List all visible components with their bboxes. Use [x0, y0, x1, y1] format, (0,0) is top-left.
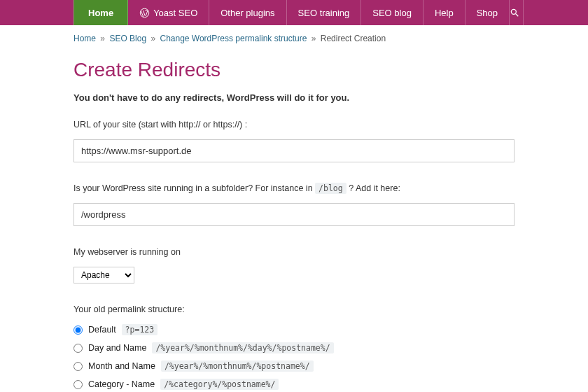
breadcrumb: Home » SEO Blog » Change WordPress perma… — [74, 34, 514, 43]
svg-line-2 — [516, 14, 519, 17]
nav-seo-training[interactable]: SEO training — [287, 0, 362, 25]
permalink-structure-label: Your old permalink structure: — [74, 304, 514, 314]
nav-other-plugins[interactable]: Other plugins — [209, 0, 286, 25]
breadcrumb-home[interactable]: Home — [74, 34, 96, 43]
radio-category-name-label: Category - Name — [88, 379, 155, 389]
webserver-select[interactable]: Apache — [74, 267, 134, 284]
webserver-label: My webserver is running on — [74, 247, 514, 257]
search-icon — [510, 8, 519, 18]
page-subtitle: You don't have to do any redirects, Word… — [74, 92, 514, 103]
site-url-input[interactable] — [74, 139, 514, 162]
breadcrumb-seo-blog[interactable]: SEO Blog — [109, 34, 146, 43]
breadcrumb-current: Redirect Creation — [321, 34, 386, 43]
radio-day-name[interactable] — [74, 344, 83, 353]
nav-home[interactable]: Home — [74, 0, 128, 25]
radio-default-code: ?p=123 — [122, 324, 158, 335]
radio-month-name-label: Month and Name — [88, 361, 155, 371]
page-title: Create Redirects — [74, 59, 514, 81]
radio-day-name-label: Day and Name — [88, 343, 146, 353]
nav-help[interactable]: Help — [424, 0, 465, 25]
nav-shop[interactable]: Shop — [465, 0, 510, 25]
radio-default[interactable] — [74, 326, 83, 335]
subfolder-example-code: /blog — [315, 183, 346, 194]
nav-yoast-seo[interactable]: Yoast SEO — [128, 0, 209, 25]
url-label: URL of your site (start with http:// or … — [74, 120, 514, 130]
wordpress-icon — [139, 8, 150, 18]
radio-day-name-code: /%year%/%monthnum%/%day%/%postname%/ — [152, 342, 333, 354]
permalink-radio-group: Default ?p=123 Day and Name /%year%/%mon… — [74, 324, 514, 392]
breadcrumb-change-permalink[interactable]: Change WordPress permalink structure — [160, 34, 307, 43]
subfolder-label: Is your WordPress site running in a subf… — [74, 183, 514, 193]
radio-default-label: Default — [88, 325, 116, 335]
nav-search[interactable] — [510, 0, 524, 25]
radio-month-name-code: /%year%/%monthnum%/%postname%/ — [161, 360, 314, 372]
top-navbar: Home Yoast SEO Other plugins SEO trainin… — [0, 0, 588, 25]
radio-category-name[interactable] — [74, 380, 83, 389]
nav-seo-blog[interactable]: SEO blog — [361, 0, 424, 25]
svg-point-1 — [511, 9, 516, 14]
radio-category-name-code: /%category%/%postname%/ — [160, 379, 279, 390]
nav-yoast-label: Yoast SEO — [153, 8, 197, 18]
radio-month-name[interactable] — [74, 362, 83, 371]
subfolder-input[interactable] — [74, 203, 514, 226]
